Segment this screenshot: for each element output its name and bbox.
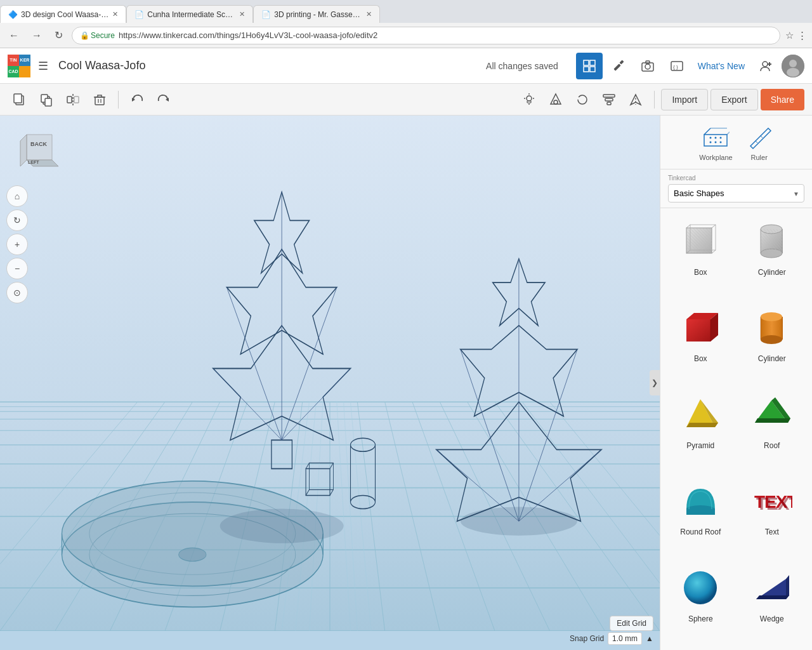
svg-point-29 (527, 96, 532, 101)
shape-icon-wedge (750, 566, 794, 611)
panel-tools: Workplane Ruler (660, 116, 812, 169)
shape-item-cylinder-solid[interactable]: Cylinder (737, 300, 808, 385)
save-status: All changes saved (486, 61, 558, 71)
duplicate-button[interactable] (34, 88, 58, 112)
camera-button[interactable] (634, 53, 661, 79)
logo-cell-tin: TIN (8, 55, 19, 66)
hamburger-menu-icon[interactable]: ☰ (38, 59, 48, 73)
svg-point-126 (715, 142, 717, 143)
snap-grid-value[interactable]: 1.0 mm (608, 632, 642, 645)
shape-icon-box-solid (678, 306, 723, 350)
build-button[interactable] (605, 53, 632, 79)
ruler-tool[interactable]: Ruler (745, 123, 773, 161)
zoom-in-button[interactable]: + (6, 234, 28, 255)
hammer-icon (612, 60, 625, 72)
tab-title: 3D design Cool Waasa-… (21, 10, 108, 19)
star-icon[interactable]: ☆ (785, 30, 794, 41)
add-user-button[interactable] (752, 53, 779, 79)
toolbar-right-group: Import Export Share (517, 88, 804, 112)
shape-item-cylinder-wire[interactable]: Cylinder (737, 213, 808, 298)
library-select[interactable]: Basic Shapes (668, 184, 804, 202)
view-cube[interactable]: BACK LEFT (13, 128, 57, 173)
tab3-title: 3D printing - Mr. Gasser … (274, 10, 362, 19)
refresh-button[interactable]: ↻ (51, 28, 67, 43)
shape-icon-pyramid (678, 393, 723, 437)
mirror-button[interactable] (61, 88, 85, 112)
svg-rect-3 (590, 67, 595, 72)
toolbar-separator-2 (654, 91, 655, 109)
tab-2[interactable]: 📄 Cunha Intermediate Sch… ✕ (126, 5, 253, 23)
tab-3[interactable]: 📄 3D printing - Mr. Gasser … ✕ (253, 5, 380, 23)
redo-button[interactable] (152, 88, 176, 112)
extension-icon[interactable]: ⋮ (797, 30, 807, 41)
svg-point-36 (578, 95, 587, 104)
svg-text:TEXT: TEXT (756, 494, 792, 514)
undo-button[interactable] (125, 88, 149, 112)
canvas-area[interactable]: BACK LEFT ⌂ ↻ + − ⊙ Edit Grid Snap Grid … (0, 116, 660, 650)
main-area: BACK LEFT ⌂ ↻ + − ⊙ Edit Grid Snap Grid … (0, 116, 812, 650)
tab3-close-icon[interactable]: ✕ (366, 10, 372, 18)
shape-item-wedge[interactable]: Wedge (737, 560, 808, 645)
svg-rect-18 (14, 94, 22, 103)
svg-rect-4 (613, 63, 620, 70)
grid-view-button[interactable] (576, 53, 603, 79)
user-avatar[interactable] (782, 55, 804, 77)
shape-item-box-solid[interactable]: Box (665, 300, 736, 385)
tab-active[interactable]: 🔷 3D design Cool Waasa-… ✕ (0, 5, 126, 23)
whats-new-button[interactable]: What's New (693, 61, 750, 71)
back-button[interactable]: ← (5, 29, 23, 43)
avatar-image (782, 55, 804, 77)
workplane-tool[interactable]: Workplane (699, 123, 732, 161)
shape-label-box-solid: Box (694, 354, 707, 363)
rotate-icon (575, 93, 589, 107)
export-button[interactable]: Export (710, 89, 757, 110)
collapse-panel-button[interactable]: ❯ (650, 370, 660, 395)
address-bar-row: ← → ↻ 🔒 Secure https://www.tinkercad.com… (0, 23, 812, 48)
tab-close-icon[interactable]: ✕ (112, 10, 118, 18)
svg-rect-118 (704, 135, 727, 146)
fit-button[interactable]: ⊙ (6, 282, 28, 303)
shape-tool-button[interactable] (544, 88, 568, 112)
shape-label-roof: Roof (764, 441, 780, 450)
align-button[interactable] (597, 88, 621, 112)
shape-item-pyramid[interactable]: Pyramid (665, 387, 736, 472)
forward-button[interactable]: → (28, 29, 46, 43)
edit-grid-button[interactable]: Edit Grid (610, 616, 653, 631)
shape-icon-cylinder-solid (750, 306, 794, 350)
toolbar-separator-1 (118, 91, 119, 109)
rotate-button[interactable] (570, 88, 594, 112)
tab2-close-icon[interactable]: ✕ (239, 10, 245, 18)
import-button[interactable]: Import (661, 89, 708, 110)
svg-rect-5 (619, 60, 624, 64)
workplane-icon (702, 123, 730, 151)
light-button[interactable] (517, 88, 541, 112)
shape-label-cylinder-wire: Cylinder (758, 268, 786, 277)
svg-point-11 (763, 62, 768, 67)
workplane-label: Workplane (699, 154, 732, 161)
shape-item-roof[interactable]: Roof (737, 387, 808, 472)
duplicate-icon (39, 93, 53, 107)
shape-item-box-wire[interactable]: Box (665, 213, 736, 298)
shape-item-sphere[interactable]: Sphere (665, 560, 736, 645)
code-button[interactable]: { } (664, 53, 690, 79)
mirror2-button[interactable] (624, 88, 648, 112)
svg-point-15 (789, 60, 797, 67)
copy-button[interactable] (8, 88, 32, 112)
shape-item-round-roof[interactable]: Round Roof (665, 473, 736, 558)
delete-button[interactable] (88, 88, 112, 112)
svg-point-124 (720, 137, 722, 139)
orbit-button[interactable]: ↻ (6, 209, 28, 231)
shape-item-text[interactable]: TEXT TEXT Text (737, 473, 808, 558)
svg-text:{ }: { } (673, 64, 678, 70)
zoom-out-button[interactable]: − (6, 258, 28, 279)
shape-label-box-wire: Box (694, 268, 707, 277)
project-name[interactable]: Cool Waasa-Jofo (58, 59, 478, 72)
address-input[interactable]: 🔒 Secure https://www.tinkercad.com/thing… (72, 27, 780, 44)
share-button[interactable]: Share (761, 89, 804, 110)
copy-icon (13, 93, 27, 107)
svg-rect-21 (45, 98, 51, 106)
shape-label-sphere: Sphere (688, 614, 713, 623)
undo-icon (130, 93, 144, 107)
home-button[interactable]: ⌂ (6, 185, 28, 207)
snap-arrow-icon[interactable]: ▲ (646, 634, 653, 643)
